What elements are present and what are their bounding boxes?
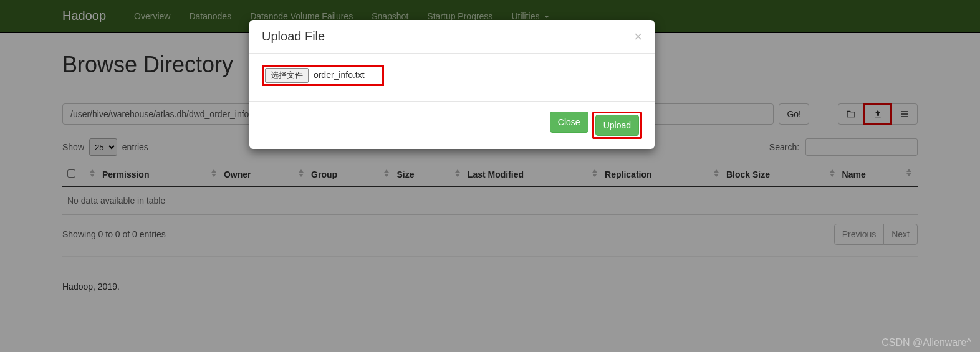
modal-upload-button[interactable]: Upload <box>595 115 639 136</box>
watermark: CSDN @Alienware^ <box>882 337 971 348</box>
upload-highlight: Upload <box>592 112 642 139</box>
selected-file-name: order_info.txt <box>314 70 365 80</box>
modal-close-action[interactable]: Close <box>550 112 588 133</box>
upload-modal: Upload File × 选择文件 order_info.txt Close … <box>249 20 655 149</box>
modal-header: Upload File × <box>249 20 655 53</box>
modal-footer: Close Upload <box>249 102 655 149</box>
modal-close-button[interactable]: × <box>634 30 642 44</box>
choose-file-button[interactable]: 选择文件 <box>265 68 309 83</box>
file-picker-highlight: 选择文件 order_info.txt <box>262 65 384 86</box>
modal-title: Upload File <box>262 29 325 44</box>
modal-body: 选择文件 order_info.txt <box>249 53 655 102</box>
